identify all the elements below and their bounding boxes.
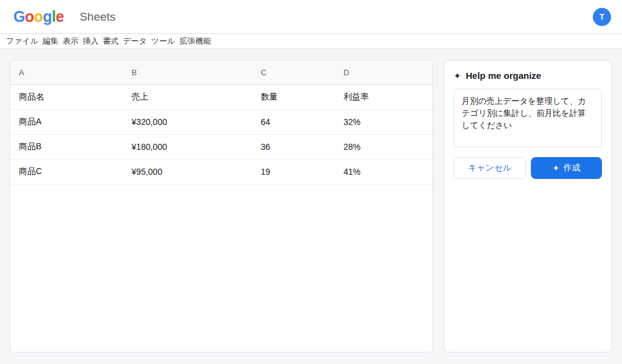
spreadsheet-card: A B C D 商品名 売上 数量 利益率 商品A ¥320,000 64 32 [10,60,433,352]
menu-item-format[interactable]: 書式 [103,36,118,47]
column-letter-row: A B C D [10,61,432,84]
create-button-label: 作成 [564,163,581,174]
column-header-c[interactable]: C [252,61,335,84]
cell-c2[interactable]: 64 [252,109,335,134]
cell-b4[interactable]: ¥95,000 [123,159,253,184]
logo-letter: e [56,8,64,25]
prompt-input[interactable]: 月別の売上データを整理して、カテゴリ別に集計し、前月比を計算してください [454,89,602,147]
logo-letter: g [43,8,52,25]
app-title: Sheets [80,10,115,24]
menu-item-file[interactable]: ファイル [6,36,38,47]
create-button[interactable]: ✦ 作成 [531,157,602,179]
panel-actions: キャンセル ✦ 作成 [454,157,602,179]
cell-a1[interactable]: 商品名 [10,84,123,109]
cell-b3[interactable]: ¥180,000 [123,134,253,159]
cell-c1[interactable]: 数量 [252,84,335,109]
sparkle-icon: ✦ [454,72,461,80]
google-logo[interactable]: G o o g l e [13,8,64,25]
menu-item-extensions[interactable]: 拡張機能 [179,36,211,47]
logo-letter: G [13,8,25,25]
cell-c3[interactable]: 36 [252,134,335,159]
table-row: 商品B ¥180,000 36 28% [10,134,432,159]
table-row: 商品名 売上 数量 利益率 [10,84,432,109]
table-row: 商品C ¥95,000 19 41% [10,159,432,184]
table-row: 商品A ¥320,000 64 32% [10,109,432,134]
cell-d4[interactable]: 41% [335,159,432,184]
app-header: G o o g l e Sheets T [0,0,622,34]
menu-item-tools[interactable]: ツール [151,36,176,47]
column-header-a[interactable]: A [10,61,123,84]
cell-a4[interactable]: 商品C [10,159,123,184]
sparkle-icon: ✦ [552,164,559,172]
cell-a2[interactable]: 商品A [10,109,123,134]
cell-d3[interactable]: 28% [335,134,432,159]
logo-letter: o [34,8,43,25]
column-header-b[interactable]: B [123,61,253,84]
cell-c4[interactable]: 19 [252,159,335,184]
menu-item-data[interactable]: データ [123,36,147,47]
menu-item-edit[interactable]: 編集 [43,36,58,47]
cell-a3[interactable]: 商品B [10,134,123,159]
panel-title-text: Help me organize [466,70,541,81]
cancel-button[interactable]: キャンセル [454,157,526,179]
menu-item-view[interactable]: 表示 [63,36,78,47]
cell-d2[interactable]: 32% [335,109,432,134]
spreadsheet-table: A B C D 商品名 売上 数量 利益率 商品A ¥320,000 64 32 [10,61,432,184]
cell-b1[interactable]: 売上 [123,84,253,109]
user-avatar[interactable]: T [593,8,611,26]
cell-d1[interactable]: 利益率 [335,84,432,109]
cell-b2[interactable]: ¥320,000 [123,109,253,134]
menu-item-insert[interactable]: 挿入 [83,36,98,47]
main-content: A B C D 商品名 売上 数量 利益率 商品A ¥320,000 64 32 [0,49,622,363]
panel-title: ✦ Help me organize [454,70,602,81]
column-header-d[interactable]: D [335,61,432,84]
menu-bar: ファイル 編集 表示 挿入 書式 データ ツール 拡張機能 [0,34,622,49]
help-me-organize-panel: ✦ Help me organize 月別の売上データを整理して、カテゴリ別に集… [443,60,612,352]
logo-letter: o [25,8,34,25]
